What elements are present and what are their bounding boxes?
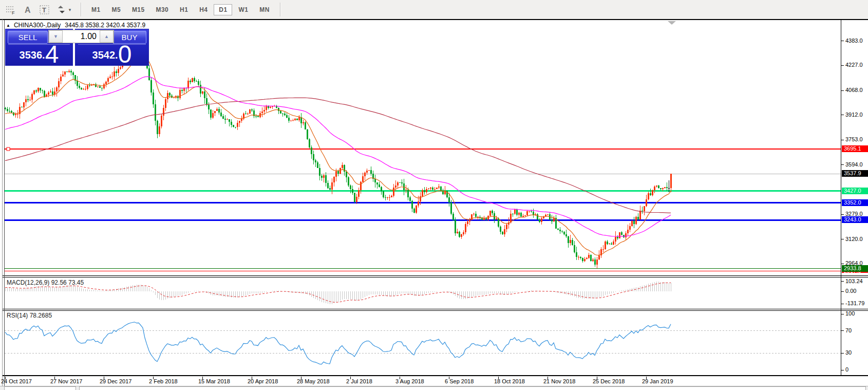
- volume-input[interactable]: [63, 30, 100, 43]
- one-click-trade-panel: SELL 3536.4 BUY 3542.0 ▼ ▲: [5, 29, 149, 66]
- symbol-period-title: CHINA300-,Daily: [14, 22, 61, 29]
- timeframe-w1[interactable]: W1: [233, 4, 253, 15]
- bottom-panel-tab[interactable]: [4, 386, 76, 390]
- toolbar-separator: [81, 3, 81, 16]
- timeframe-h4[interactable]: H4: [194, 4, 213, 15]
- svg-text:A: A: [25, 6, 31, 14]
- timeframe-m5[interactable]: M5: [106, 4, 125, 15]
- bid-price: 3536.4: [6, 45, 72, 65]
- timeframe-group: M1M5M15M30H1H4D1W1MN: [86, 4, 275, 15]
- timeframe-m1[interactable]: M1: [86, 4, 105, 15]
- svg-text:T: T: [42, 6, 46, 14]
- svg-text:F: F: [12, 10, 15, 15]
- volume-decrease-button[interactable]: ▼: [49, 30, 63, 43]
- volume-increase-button[interactable]: ▲: [100, 30, 114, 43]
- horizontal-scrollbar[interactable]: [79, 386, 866, 390]
- toolbar-separator: [280, 3, 280, 16]
- arrow-objects-icon[interactable]: ▾: [54, 3, 74, 17]
- timeframe-m30[interactable]: M30: [151, 4, 174, 15]
- timeframe-mn[interactable]: MN: [254, 4, 274, 15]
- timeframe-d1[interactable]: D1: [214, 4, 232, 15]
- volume-spinner: ▼ ▲: [48, 30, 114, 43]
- macd-indicator-label: MACD(12,26,9) 92.56 73.45: [7, 279, 84, 286]
- fibonacci-retracement-icon[interactable]: F: [3, 3, 18, 17]
- sell-button[interactable]: SELL: [8, 31, 48, 44]
- bottom-dock-strip: [0, 386, 868, 390]
- text-label-icon[interactable]: A: [20, 3, 35, 17]
- ohlc-values: 3445.8 3538.2 3420.4 3537.9: [65, 22, 145, 29]
- timeframe-h1[interactable]: H1: [175, 4, 193, 15]
- collapse-panel-icon[interactable]: ▲: [6, 23, 10, 28]
- timeframe-m15[interactable]: M15: [127, 4, 150, 15]
- text-box-icon[interactable]: T: [37, 3, 52, 17]
- rsi-indicator-label: RSI(14) 78.2685: [7, 312, 52, 319]
- dropdown-caret-icon[interactable]: ▾: [69, 7, 71, 12]
- ask-price: 3542.0: [76, 45, 148, 65]
- chart-header: ▲ CHINA300-,Daily 3445.8 3538.2 3420.4 3…: [6, 22, 145, 29]
- trading-terminal-window: F A T ▾ M1M5M15M30H1H4D1W1MN ▲ CHINA300-…: [0, 0, 868, 390]
- toolbar: F A T ▾ M1M5M15M30H1H4D1W1MN: [0, 0, 868, 19]
